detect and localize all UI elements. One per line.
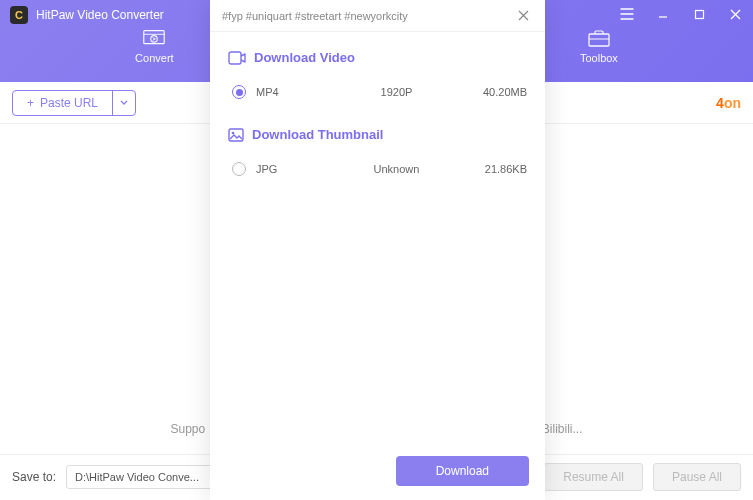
paste-url-label: Paste URL [40,96,98,110]
download-button[interactable]: Download [396,456,529,486]
close-icon[interactable] [717,0,753,28]
paste-url-dropdown[interactable] [113,91,135,115]
radio-unselected-icon [232,162,246,176]
badge-number: 4 [716,95,724,111]
modal-title: #fyp #uniquart #streetart #newyorkcity [222,10,408,22]
thumbnail-option-row[interactable]: JPG Unknown 21.86KB [228,156,527,182]
thumb-size: 21.86KB [457,163,527,175]
pause-all-button[interactable]: Pause All [653,463,741,491]
image-icon [228,128,244,142]
radio-selected-icon [232,85,246,99]
menu-icon[interactable] [609,0,645,28]
save-to-value: D:\HitPaw Video Conve... [75,471,199,483]
convert-icon [141,28,167,48]
video-format: MP4 [256,86,336,98]
section-label: Download Thumbnail [252,127,383,142]
video-icon [228,51,246,65]
toolbox-icon [586,28,612,48]
svg-rect-0 [695,10,703,18]
svg-rect-3 [589,34,609,46]
modal-header: #fyp #uniquart #streetart #newyorkcity [210,0,545,32]
modal-close-button[interactable] [514,8,533,23]
download-modal: #fyp #uniquart #streetart #newyorkcity D… [210,0,545,500]
svg-rect-4 [229,52,241,64]
paste-url-group: + Paste URL [12,90,136,116]
badge-text: on [724,95,741,111]
svg-rect-1 [144,31,164,44]
resume-all-button[interactable]: Resume All [544,463,643,491]
modal-body: Download Video MP4 1920P 40.20MB Downloa… [210,32,545,446]
section-download-thumbnail: Download Thumbnail [228,127,527,142]
tab-convert[interactable]: Convert [135,28,174,64]
video-option-row[interactable]: MP4 1920P 40.20MB [228,79,527,105]
thumb-format: JPG [256,163,336,175]
close-icon [518,10,529,21]
status-badge: 4on [716,95,741,111]
support-right: Bilibili... [542,422,583,436]
tab-label: Convert [135,52,174,64]
plus-icon: + [27,96,34,110]
section-label: Download Video [254,50,355,65]
support-left: Suppo [170,422,205,436]
video-size: 40.20MB [457,86,527,98]
app-title: HitPaw Video Converter [36,8,164,22]
minimize-icon[interactable] [645,0,681,28]
paste-url-button[interactable]: + Paste URL [13,91,113,115]
window-controls [609,0,753,28]
modal-footer: Download [210,446,545,500]
thumb-resolution: Unknown [336,163,457,175]
save-to-label: Save to: [12,470,56,484]
video-resolution: 1920P [336,86,457,98]
maximize-icon[interactable] [681,0,717,28]
tab-toolbox[interactable]: Toolbox [580,28,618,64]
svg-rect-5 [229,129,243,141]
tab-label: Toolbox [580,52,618,64]
svg-point-6 [232,131,235,134]
titlebar-left: C HitPaw Video Converter [0,0,174,30]
app-logo-icon: C [10,6,28,24]
section-download-video: Download Video [228,50,527,65]
